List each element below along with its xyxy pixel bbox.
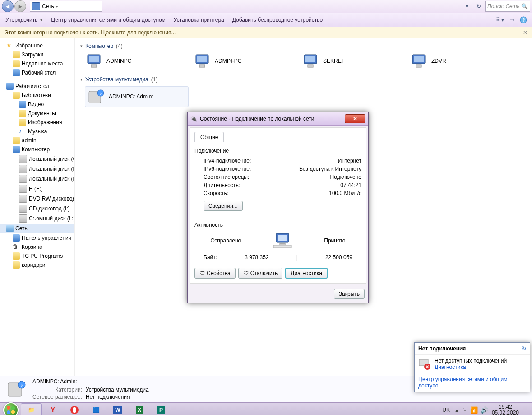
document-icon xyxy=(19,110,26,117)
group-header-media[interactable]: ▾ Устройства мультимедиа (1) xyxy=(80,76,527,83)
flag-icon[interactable]: 🏳 xyxy=(461,406,467,414)
chevron-right-icon: ▸ xyxy=(56,4,58,9)
window-titlebar: ◄ ► Сеть ▸ ▾ ↻ Поиск: Сеть 🔍 xyxy=(0,0,532,13)
tree-documents[interactable]: Документы xyxy=(0,109,74,118)
tree-computer[interactable]: Компьютер xyxy=(0,145,74,154)
tree-control-panel[interactable]: Панель управления xyxy=(0,233,74,242)
search-icon: 🔍 xyxy=(521,3,528,9)
network-computer-item[interactable]: ADMIN-PC xyxy=(193,53,288,69)
media-device-item[interactable]: ♪ ADMINPC: Admin: xyxy=(85,86,189,107)
tab-general[interactable]: Общие xyxy=(194,132,224,142)
dialog-close-button[interactable]: ✕ xyxy=(345,114,365,123)
tree-recent[interactable]: Недавние места xyxy=(0,59,74,68)
taskbar-word[interactable]: W xyxy=(107,403,128,415)
tree-recycle-bin[interactable]: 🗑Корзина xyxy=(0,242,74,252)
organize-menu[interactable]: Упорядочить▼ xyxy=(4,16,45,24)
tree-video[interactable]: Видео xyxy=(0,100,74,109)
computer-icon xyxy=(85,53,103,69)
network-computer-item[interactable]: SEKRET xyxy=(301,53,396,69)
tree-drive-c[interactable]: Локальный диск (C xyxy=(0,154,74,164)
windows-orb-icon xyxy=(3,402,19,415)
group-header-computer[interactable]: ▾ Компьютер (4) xyxy=(80,43,527,49)
media-device-icon: ♪ xyxy=(87,89,105,105)
media-state-value: Подключено xyxy=(330,174,361,180)
tree-drive-h[interactable]: H (F:) xyxy=(0,184,74,194)
help-button[interactable]: ? xyxy=(518,15,528,25)
bytes-recv: 22 500 059 xyxy=(325,254,352,261)
taskbar-explorer[interactable]: 📁 xyxy=(21,403,42,415)
tree-desktop-fav[interactable]: Рабочий стол xyxy=(0,68,74,77)
tree-cd[interactable]: CD-дисковод (I:) xyxy=(0,204,74,214)
search-input[interactable]: Поиск: Сеть 🔍 xyxy=(485,1,530,12)
dialog-title: Состояние - Подключение по локальной сет… xyxy=(200,116,315,122)
desktop-icon xyxy=(6,83,14,90)
tree-drive-d[interactable]: Локальный диск (D xyxy=(0,164,74,174)
start-button[interactable] xyxy=(2,403,20,415)
tree-downloads[interactable]: Загрузки xyxy=(0,50,74,59)
section-connection-label: Подключение xyxy=(194,148,229,154)
tray-network-center-link[interactable]: Центр управления сетями и общим доступо xyxy=(418,376,507,389)
preview-pane-button[interactable]: ▭ xyxy=(507,15,517,25)
disable-button[interactable]: 🛡Отключить xyxy=(238,268,283,279)
nav-back-button[interactable]: ◄ xyxy=(2,0,14,12)
refresh-button[interactable]: ↻ xyxy=(473,1,484,12)
taskbar-publisher[interactable]: P xyxy=(151,403,171,415)
show-desktop-button[interactable] xyxy=(523,404,527,415)
refresh-icon[interactable]: ↻ xyxy=(522,345,526,352)
diagnostics-button[interactable]: Диагностика xyxy=(285,268,328,279)
taskbar-excel[interactable]: X xyxy=(129,403,150,415)
music-icon: ♪ xyxy=(19,128,26,135)
tray-diagnostics-link[interactable]: Диагностика xyxy=(435,364,466,370)
computer-icon xyxy=(13,146,20,153)
clock[interactable]: 15:42 05.02.2020 xyxy=(492,404,519,415)
tree-libraries[interactable]: Библиотеки xyxy=(0,91,74,100)
tree-koridori[interactable]: коридори xyxy=(0,261,74,270)
breadcrumb-dropdown[interactable]: ▾ xyxy=(462,1,472,12)
breadcrumb[interactable]: Сеть ▸ xyxy=(30,1,102,12)
dvd-icon xyxy=(19,195,27,203)
info-bar-close[interactable]: ✕ xyxy=(523,29,527,36)
volume-icon[interactable]: 🔊 xyxy=(481,406,488,414)
tree-drive-e[interactable]: Локальный диск (E xyxy=(0,174,74,184)
media-state-label: Состояние среды: xyxy=(204,174,249,180)
close-button[interactable]: Закрыть xyxy=(334,289,365,299)
nav-forward-button[interactable]: ► xyxy=(14,0,26,12)
tree-favorites[interactable]: ★Избранное xyxy=(0,41,74,50)
tray-no-connection: Нет доступных подключений xyxy=(435,358,507,364)
network-tray-icon[interactable]: 📶 xyxy=(470,406,478,414)
taskbar-opera[interactable] xyxy=(64,403,85,415)
properties-button[interactable]: 🛡Свойства xyxy=(194,268,236,279)
excel-icon: X xyxy=(136,406,143,414)
taskbar-app[interactable]: 🟦 xyxy=(86,403,106,415)
svg-rect-13 xyxy=(416,65,421,67)
tree-removable[interactable]: Съемный диск (L:) xyxy=(0,214,74,224)
svg-rect-7 xyxy=(199,65,205,67)
libraries-icon xyxy=(13,92,20,99)
view-options-button[interactable]: ⠿ ▾ xyxy=(495,15,505,25)
taskbar-yandex[interactable]: Y xyxy=(42,403,63,415)
info-bar[interactable]: Этот компьютер не подключен к сети. Щелк… xyxy=(0,27,532,38)
tray-icons[interactable]: ▴ 🏳 📶 🔊 xyxy=(455,406,488,414)
install-printer-button[interactable]: Установка принтера xyxy=(172,16,226,24)
tree-admin[interactable]: admin xyxy=(0,136,74,145)
tree-pictures[interactable]: Изображения xyxy=(0,118,74,127)
add-wireless-button[interactable]: Добавить беспроводное устройство xyxy=(231,16,324,24)
ipv6-label: IPv6-подключение: xyxy=(204,166,251,172)
svg-rect-25 xyxy=(273,245,291,248)
svg-text:♪: ♪ xyxy=(100,91,102,96)
network-center-button[interactable]: Центр управления сетями и общим доступом xyxy=(49,16,167,24)
network-computer-item[interactable]: ADMINPC xyxy=(85,53,180,69)
tree-desktop[interactable]: Рабочий стол xyxy=(0,82,74,91)
control-panel-icon xyxy=(13,234,20,242)
language-indicator[interactable]: UK xyxy=(440,406,452,414)
tree-dvd[interactable]: DVD RW дисковод ( xyxy=(0,194,74,204)
video-icon xyxy=(19,101,26,108)
tree-music[interactable]: ♪Музыка xyxy=(0,127,74,136)
tray-chevron-icon[interactable]: ▴ xyxy=(455,406,458,414)
dialog-titlebar[interactable]: 🔌 Состояние - Подключение по локальной с… xyxy=(188,112,368,126)
tree-tcpu[interactable]: TC PU Programs xyxy=(0,252,74,261)
tree-network[interactable]: Сеть xyxy=(0,224,74,233)
details-button[interactable]: Сведения... xyxy=(204,201,243,211)
bytes-label: Байт: xyxy=(204,254,217,261)
network-computer-item[interactable]: ZDVR xyxy=(410,53,504,69)
